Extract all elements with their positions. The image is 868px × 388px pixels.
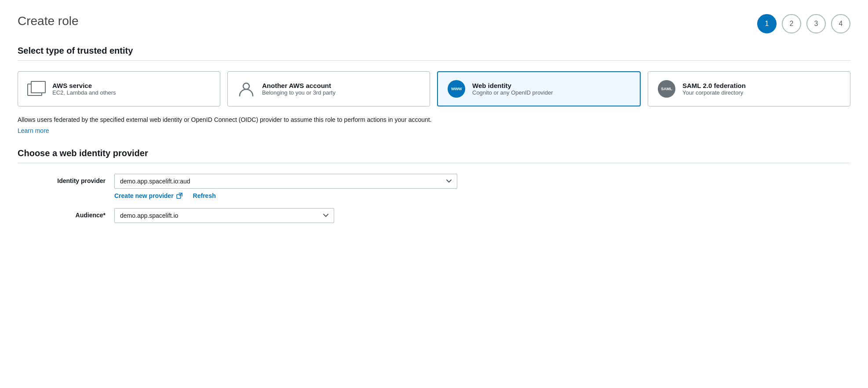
- identity-provider-field-group: demo.app.spacelift.io:aud Create new pro…: [114, 174, 457, 199]
- svg-rect-1: [31, 81, 45, 93]
- step-3[interactable]: 3: [806, 14, 826, 33]
- web-identity-section: Choose a web identity provider Identity …: [18, 148, 850, 223]
- web-identity-section-title: Choose a web identity provider: [18, 148, 850, 158]
- web-identity-card[interactable]: WWW Web identity Cognito or any OpenID p…: [437, 71, 641, 106]
- web-identity-icon: WWW: [447, 79, 466, 99]
- provider-links: Create new provider Refresh: [114, 192, 457, 199]
- another-aws-account-subtitle: Belonging to you or 3rd party: [262, 89, 336, 96]
- another-aws-account-card[interactable]: Another AWS account Belonging to you or …: [227, 71, 430, 106]
- another-aws-account-text: Another AWS account Belonging to you or …: [262, 82, 336, 96]
- page-header: Create role 1 2 3 4: [18, 14, 850, 33]
- web-identity-text: Web identity Cognito or any OpenID provi…: [472, 82, 553, 96]
- entity-cards: AWS service EC2, Lambda and others Anoth…: [18, 71, 850, 106]
- step-indicators: 1 2 3 4: [757, 14, 850, 33]
- audience-row: Audience* demo.app.spacelift.io: [44, 208, 850, 223]
- step-2[interactable]: 2: [782, 14, 801, 33]
- step-1[interactable]: 1: [757, 14, 777, 33]
- page-title: Create role: [18, 14, 79, 28]
- aws-service-text: AWS service EC2, Lambda and others: [52, 82, 116, 96]
- audience-field-group: demo.app.spacelift.io: [114, 208, 457, 223]
- learn-more-link[interactable]: Learn more: [18, 127, 49, 134]
- step-4[interactable]: 4: [831, 14, 850, 33]
- audience-select[interactable]: demo.app.spacelift.io: [114, 208, 334, 223]
- aws-service-title: AWS service: [52, 82, 116, 89]
- saml-icon: SAML: [657, 79, 676, 99]
- svg-point-3: [243, 83, 249, 89]
- saml-logo: SAML: [658, 80, 675, 98]
- aws-service-subtitle: EC2, Lambda and others: [52, 89, 116, 96]
- web-identity-subtitle: Cognito or any OpenID provider: [472, 89, 553, 96]
- trusted-entity-title: Select type of trusted entity: [18, 46, 850, 56]
- aws-service-card[interactable]: AWS service EC2, Lambda and others: [18, 71, 220, 106]
- identity-provider-row: Identity provider demo.app.spacelift.io:…: [44, 174, 850, 199]
- audience-label: Audience*: [44, 208, 114, 219]
- info-text: Allows users federated by the specified …: [18, 115, 850, 124]
- identity-provider-label: Identity provider: [44, 174, 114, 184]
- web-identity-title: Web identity: [472, 82, 553, 89]
- www-icon: WWW: [448, 80, 465, 98]
- saml-title: SAML 2.0 federation: [682, 82, 746, 89]
- trusted-entity-section: Select type of trusted entity AWS servic…: [18, 46, 850, 134]
- refresh-link[interactable]: Refresh: [193, 192, 216, 199]
- create-new-provider-label: Create new provider: [114, 192, 174, 199]
- create-new-provider-link[interactable]: Create new provider: [114, 192, 182, 199]
- web-identity-divider: [18, 163, 850, 163]
- another-aws-account-title: Another AWS account: [262, 82, 336, 89]
- section-divider: [18, 60, 850, 61]
- aws-service-icon: [27, 79, 46, 99]
- person-icon: [237, 79, 256, 99]
- external-link-icon: [176, 193, 182, 199]
- saml-card[interactable]: SAML SAML 2.0 federation Your corporate …: [648, 71, 850, 106]
- identity-provider-select[interactable]: demo.app.spacelift.io:aud: [114, 174, 457, 189]
- saml-subtitle: Your corporate directory: [682, 89, 746, 96]
- saml-text: SAML 2.0 federation Your corporate direc…: [682, 82, 746, 96]
